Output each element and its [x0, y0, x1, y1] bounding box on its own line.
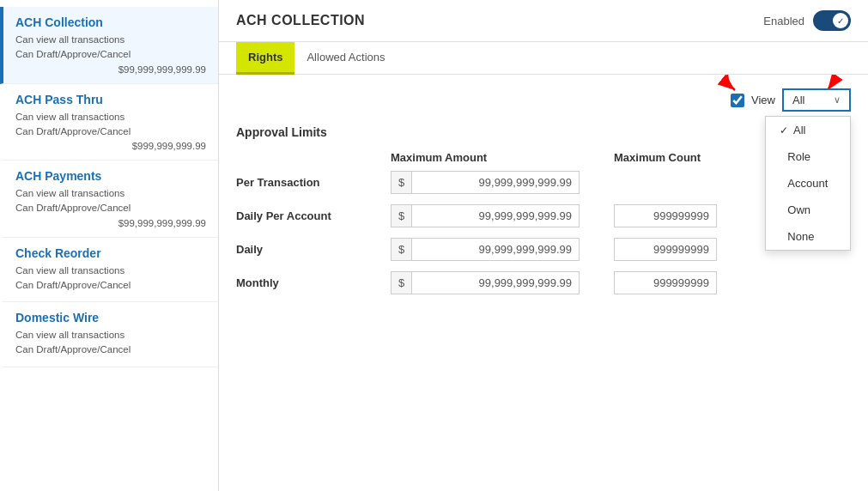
check-icon	[780, 231, 782, 243]
approval-row: Daily Per Account $ 99,999,999,999.99 99…	[236, 204, 851, 227]
approval-limits-title: Approval Limits	[236, 125, 851, 139]
sidebar-card-sub2: Can Draft/Approve/Cancel	[15, 124, 206, 139]
sidebar-card-sub2: Can Draft/Approve/Cancel	[15, 342, 206, 357]
col-header-amount: Maximum Amount	[391, 151, 614, 164]
tab-allowed-actions[interactable]: Allowed Actions	[294, 42, 397, 75]
amount-input-group: $ 99,999,999,999.99	[391, 238, 614, 261]
sidebar-card-sub2: Can Draft/Approve/Cancel	[15, 47, 206, 62]
dropdown-item-label: None	[787, 230, 814, 243]
sidebar-card-check-reorder[interactable]: Check Reorder Can view all transactions …	[0, 238, 218, 303]
count-field[interactable]: 999999999	[614, 271, 717, 294]
sidebar-card-title: ACH Pass Thru	[15, 93, 206, 106]
amount-input-group: $ 99,999,999,999.99	[391, 171, 614, 194]
view-row: View All ∨ ✓ All Role Account Own None	[236, 88, 851, 112]
dropdown-item-all[interactable]: ✓ All	[766, 117, 850, 143]
amount-field[interactable]: $ 99,999,999,999.99	[391, 271, 580, 294]
toggle-thumb: ✓	[833, 13, 848, 28]
dropdown-item-account[interactable]: Account	[766, 170, 850, 197]
dropdown-item-label: Own	[787, 203, 810, 216]
amount-field[interactable]: $ 99,999,999,999.99	[391, 171, 580, 194]
amount-field[interactable]: $ 99,999,999,999.99	[391, 238, 580, 261]
approval-table: Maximum Amount Maximum Count Per Transac…	[236, 151, 851, 294]
dropdown-item-own[interactable]: Own	[766, 197, 850, 223]
sidebar-card-ach-pass-thru[interactable]: ACH Pass Thru Can view all transactions …	[0, 84, 218, 161]
row-label: Monthly	[236, 276, 391, 289]
chevron-down-icon: ∨	[834, 94, 841, 106]
main-panel: ACH COLLECTION Enabled ✓ RightsAllowed A…	[219, 0, 868, 491]
sidebar-card-sub1: Can view all transactions	[15, 264, 206, 278]
sidebar-card-title: Domestic Wire	[15, 311, 206, 324]
sidebar-card-sub1: Can view all transactions	[15, 33, 206, 47]
view-checkbox[interactable]	[731, 94, 744, 107]
sidebar-card-amount: $999,999,999.99	[15, 141, 206, 151]
amount-value: 99,999,999,999.99	[412, 172, 579, 193]
amount-input-group: $ 99,999,999,999.99	[391, 204, 614, 227]
dropdown-selected-value: All	[792, 94, 804, 106]
sidebar-card-title: Check Reorder	[15, 246, 206, 260]
dropdown-menu: ✓ All Role Account Own None	[765, 116, 851, 251]
sidebar-card-title: ACH Payments	[15, 169, 206, 183]
currency-prefix: $	[392, 172, 412, 193]
amount-value: 99,999,999,999.99	[412, 272, 579, 294]
count-field[interactable]: 999999999	[614, 204, 717, 227]
sidebar-card-sub1: Can view all transactions	[15, 110, 206, 124]
col-header-count: Maximum Count	[614, 151, 786, 164]
col-header-empty	[236, 151, 391, 164]
sidebar-card-ach-collection[interactable]: ACH Collection Can view all transactions…	[0, 7, 218, 84]
sidebar-card-amount: $99,999,999,999.99	[15, 218, 206, 228]
enabled-toggle[interactable]: ✓	[813, 10, 851, 31]
sidebar-card-amount: $99,999,999,999.99	[15, 64, 206, 75]
dropdown-item-role[interactable]: Role	[766, 143, 850, 170]
count-cell: 999999999	[614, 271, 786, 294]
approval-rows: Per Transaction $ 99,999,999,999.99 Dail…	[236, 171, 851, 294]
amount-value: 99,999,999,999.99	[412, 239, 579, 260]
dropdown-item-none[interactable]: None	[766, 223, 850, 250]
count-cell: 999999999	[614, 238, 786, 261]
amount-input-group: $ 99,999,999,999.99	[391, 271, 614, 294]
dropdown-item-label: Role	[787, 150, 810, 163]
sidebar-card-sub1: Can view all transactions	[15, 328, 206, 342]
sidebar-card-domestic-wire[interactable]: Domestic Wire Can view all transactions …	[0, 302, 218, 367]
dropdown-item-label: Account	[787, 177, 828, 190]
check-icon	[780, 204, 782, 216]
check-icon	[780, 151, 782, 163]
approval-row: Per Transaction $ 99,999,999,999.99	[236, 171, 851, 194]
view-label: View	[751, 94, 775, 106]
amount-value: 99,999,999,999.99	[412, 205, 579, 227]
sidebar-card-title: ACH Collection	[15, 15, 206, 29]
header-right: Enabled ✓	[763, 10, 851, 31]
currency-prefix: $	[392, 205, 412, 227]
dropdown-item-label: All	[793, 124, 805, 136]
check-icon	[780, 178, 782, 190]
sidebar-card-sub2: Can Draft/Approve/Cancel	[15, 201, 206, 215]
tabs: RightsAllowed Actions	[219, 42, 868, 75]
page-title: ACH COLLECTION	[236, 13, 365, 28]
tab-rights[interactable]: Rights	[236, 42, 294, 75]
enabled-label: Enabled	[763, 15, 804, 27]
check-icon: ✓	[780, 124, 788, 136]
row-label: Daily	[236, 243, 391, 256]
approval-row: Daily $ 99,999,999,999.99 999999999	[236, 238, 851, 261]
currency-prefix: $	[392, 272, 412, 294]
sidebar-card-sub1: Can view all transactions	[15, 186, 206, 201]
approval-row: Monthly $ 99,999,999,999.99 999999999	[236, 271, 851, 294]
sidebar: ACH Collection Can view all transactions…	[0, 0, 219, 491]
col-headers-row: Maximum Amount Maximum Count	[236, 151, 851, 164]
row-label: Per Transaction	[236, 176, 391, 189]
currency-prefix: $	[392, 239, 412, 260]
sidebar-card-ach-payments[interactable]: ACH Payments Can view all transactions C…	[0, 161, 218, 238]
main-header: ACH COLLECTION Enabled ✓	[219, 0, 868, 42]
amount-field[interactable]: $ 99,999,999,999.99	[391, 204, 580, 227]
sidebar-card-sub2: Can Draft/Approve/Cancel	[15, 278, 206, 293]
content-area: View All ∨ ✓ All Role Account Own None	[219, 75, 868, 491]
count-cell: 999999999	[614, 204, 786, 227]
count-field[interactable]: 999999999	[614, 238, 717, 261]
all-dropdown-button[interactable]: All ∨	[782, 88, 851, 112]
row-label: Daily Per Account	[236, 209, 391, 222]
